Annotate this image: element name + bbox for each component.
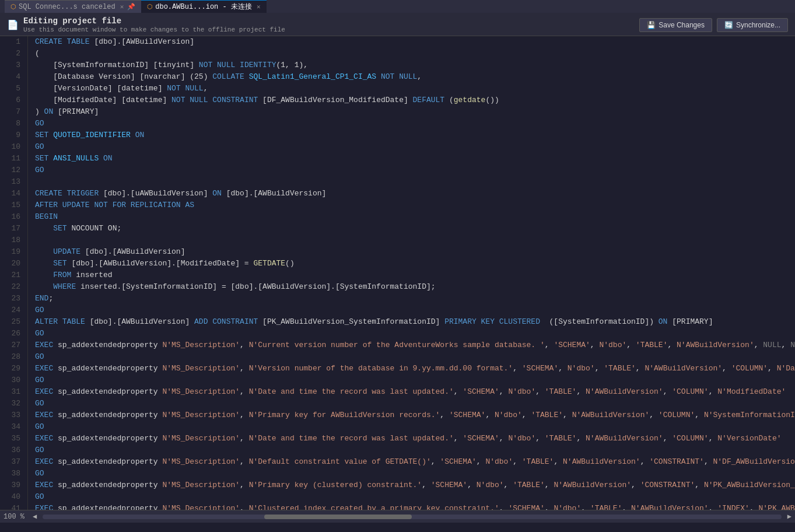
code-line-8[interactable]: GO — [35, 118, 795, 130]
line-numbers: 1234567891011121314151617181920212223242… — [0, 36, 28, 510]
code-line-3[interactable]: [SystemInformationID] [tinyint] NOT NULL… — [35, 60, 795, 71]
line-num-30: 30 — [5, 374, 20, 386]
tab-bar: ⬡ SQL Connec...s canceled ✕ 📌 ⬡ dbo.AWBu… — [0, 0, 795, 13]
code-line-33[interactable]: EXEC sp_addextendedproperty N'MS_Descrip… — [35, 410, 795, 421]
bottom-bar: 100 % ◀ ▶ — [0, 510, 795, 523]
code-line-11[interactable]: SET ANSI_NULLS ON — [35, 153, 795, 164]
code-line-25[interactable]: ALTER TABLE [dbo].[AWBuildVersion] ADD C… — [35, 316, 795, 328]
line-num-7: 7 — [5, 106, 20, 118]
tab2-label: dbo.AWBui...ion - 未连接 — [155, 2, 252, 12]
line-num-25: 25 — [5, 316, 20, 328]
zoom-label: 100 % — [3, 513, 27, 521]
line-num-29: 29 — [5, 363, 20, 374]
code-line-20[interactable]: SET [dbo].[AWBuildVersion].[ModifiedDate… — [35, 258, 795, 270]
code-line-39[interactable]: EXEC sp_addextendedproperty N'MS_Descrip… — [35, 480, 795, 491]
line-num-28: 28 — [5, 351, 20, 363]
code-line-27[interactable]: EXEC sp_addextendedproperty N'MS_Descrip… — [35, 340, 795, 351]
line-num-14: 14 — [5, 188, 20, 200]
editor-header-subtitle: Use this document window to make changes… — [23, 26, 285, 33]
code-line-36[interactable]: GO — [35, 444, 795, 456]
line-num-22: 22 — [5, 281, 20, 293]
tab1-close-icon[interactable]: ✕ — [120, 3, 124, 10]
tab1-db-icon: ⬡ — [10, 3, 16, 10]
code-line-10[interactable]: GO — [35, 141, 795, 153]
editor-header-actions: 💾 Save Changes 🔄 Synchronize... — [639, 18, 788, 32]
code-line-26[interactable]: GO — [35, 328, 795, 340]
line-num-37: 37 — [5, 456, 20, 468]
sync-icon: 🔄 — [724, 21, 733, 29]
line-num-34: 34 — [5, 421, 20, 433]
code-line-4[interactable]: [Database Version] [nvarchar] (25) COLLA… — [35, 71, 795, 83]
code-line-31[interactable]: EXEC sp_addextendedproperty N'MS_Descrip… — [35, 386, 795, 398]
tab1-pin-icon[interactable]: 📌 — [127, 3, 135, 10]
code-line-21[interactable]: FROM inserted — [35, 270, 795, 281]
code-line-38[interactable]: GO — [35, 468, 795, 480]
tab-sql-canceled[interactable]: ⬡ SQL Connec...s canceled ✕ 📌 — [5, 0, 141, 13]
editor-header-title: Editing project file — [23, 16, 285, 26]
save-icon: 💾 — [647, 21, 656, 29]
save-changes-button[interactable]: 💾 Save Changes — [639, 18, 712, 32]
code-line-13[interactable] — [35, 176, 795, 188]
synchronize-label: Synchronize... — [736, 21, 780, 29]
save-changes-label: Save Changes — [659, 21, 705, 29]
scrollbar-track[interactable] — [43, 514, 782, 519]
code-line-17[interactable]: SET NOCOUNT ON; — [35, 223, 795, 235]
code-line-37[interactable]: EXEC sp_addextendedproperty N'MS_Descrip… — [35, 456, 795, 468]
line-num-23: 23 — [5, 293, 20, 304]
line-num-36: 36 — [5, 444, 20, 456]
code-line-5[interactable]: [VersionDate] [datetime] NOT NULL, — [35, 83, 795, 94]
line-num-5: 5 — [5, 83, 20, 94]
line-num-8: 8 — [5, 118, 20, 130]
code-line-14[interactable]: CREATE TRIGGER [dbo].[uAWBuildVersion] O… — [35, 188, 795, 200]
tab-awbuild[interactable]: ⬡ dbo.AWBui...ion - 未连接 ✕ — [141, 0, 266, 13]
code-line-2[interactable]: ( — [35, 48, 795, 60]
line-num-9: 9 — [5, 130, 20, 141]
code-line-29[interactable]: EXEC sp_addextendedproperty N'MS_Descrip… — [35, 363, 795, 374]
code-line-32[interactable]: GO — [35, 398, 795, 410]
code-line-28[interactable]: GO — [35, 351, 795, 363]
editor-header-text: 📄 Editing project file Use this document… — [7, 16, 285, 33]
scrollbar-thumb[interactable] — [264, 514, 412, 519]
code-line-30[interactable]: GO — [35, 374, 795, 386]
code-line-34[interactable]: GO — [35, 421, 795, 433]
code-line-9[interactable]: SET QUOTED_IDENTIFIER ON — [35, 130, 795, 141]
line-num-6: 6 — [5, 94, 20, 106]
line-num-21: 21 — [5, 270, 20, 281]
line-num-33: 33 — [5, 410, 20, 421]
line-num-17: 17 — [5, 223, 20, 235]
project-file-icon: 📄 — [7, 19, 19, 31]
code-line-12[interactable]: GO — [35, 164, 795, 176]
line-num-39: 39 — [5, 480, 20, 491]
synchronize-button[interactable]: 🔄 Synchronize... — [717, 18, 788, 32]
code-line-35[interactable]: EXEC sp_addextendedproperty N'MS_Descrip… — [35, 433, 795, 444]
code-content[interactable]: 1234567891011121314151617181920212223242… — [0, 36, 795, 510]
scroll-right-btn[interactable]: ▶ — [787, 512, 792, 521]
line-num-19: 19 — [5, 246, 20, 258]
line-num-3: 3 — [5, 60, 20, 71]
code-line-6[interactable]: [ModifiedDate] [datetime] NOT NULL CONST… — [35, 94, 795, 106]
line-num-41: 41 — [5, 503, 20, 510]
tab2-close-icon[interactable]: ✕ — [257, 3, 261, 10]
code-line-7[interactable]: ) ON [PRIMARY] — [35, 106, 795, 118]
line-num-26: 26 — [5, 328, 20, 340]
editor-header: 📄 Editing project file Use this document… — [0, 13, 795, 36]
code-line-16[interactable]: BEGIN — [35, 211, 795, 223]
code-line-15[interactable]: AFTER UPDATE NOT FOR REPLICATION AS — [35, 200, 795, 211]
code-lines[interactable]: CREATE TABLE [dbo].[AWBuildVersion]( [Sy… — [28, 36, 795, 510]
scroll-left-btn[interactable]: ◀ — [33, 512, 37, 521]
code-line-24[interactable]: GO — [35, 304, 795, 316]
code-line-1[interactable]: CREATE TABLE [dbo].[AWBuildVersion] — [35, 36, 795, 48]
code-line-41[interactable]: EXEC sp_addextendedproperty N'MS_Descrip… — [35, 503, 795, 510]
code-line-40[interactable]: GO — [35, 491, 795, 503]
code-line-18[interactable] — [35, 235, 795, 246]
line-num-38: 38 — [5, 468, 20, 480]
code-line-23[interactable]: END; — [35, 293, 795, 304]
line-num-20: 20 — [5, 258, 20, 270]
line-num-15: 15 — [5, 200, 20, 211]
line-num-16: 16 — [5, 211, 20, 223]
line-num-35: 35 — [5, 433, 20, 444]
code-line-19[interactable]: UPDATE [dbo].[AWBuildVersion] — [35, 246, 795, 258]
code-line-22[interactable]: WHERE inserted.[SystemInformationID] = [… — [35, 281, 795, 293]
tab2-db-icon: ⬡ — [147, 3, 153, 10]
line-num-13: 13 — [5, 176, 20, 188]
